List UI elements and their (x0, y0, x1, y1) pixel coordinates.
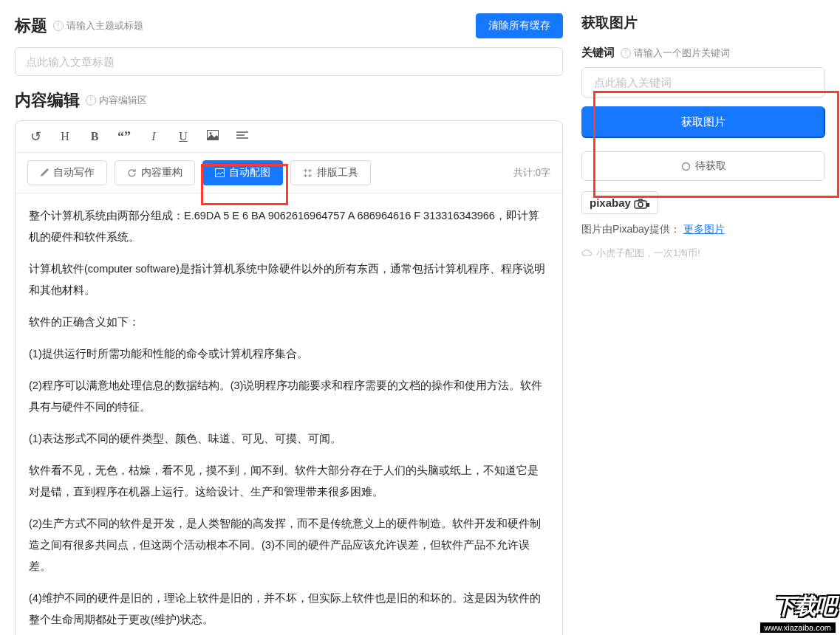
content-rebuild-label: 内容重构 (141, 166, 182, 179)
camera-icon (634, 199, 650, 209)
footer-hint-text: 小虎子配图，一次1淘币! (596, 247, 700, 260)
article-title-input[interactable] (15, 47, 563, 76)
footer-hint: 小虎子配图，一次1淘币! (581, 247, 825, 260)
svg-point-6 (682, 162, 689, 170)
quote-icon[interactable]: “” (116, 129, 132, 145)
keyword-input[interactable] (581, 67, 825, 97)
svg-rect-9 (646, 203, 649, 207)
word-count: 共计:0字 (513, 166, 550, 179)
info-icon: ! (621, 48, 631, 58)
paragraph: (1)提供运行时所需功能和性能的命令或计算机程序集合。 (29, 343, 549, 365)
content-header: 内容编辑 ! 内容编辑区 (15, 89, 563, 111)
paragraph: (2)生产方式不同的软件是开发，是人类智能的高发挥，而不是传统意义上的硬件制造。… (29, 513, 549, 577)
image-icon[interactable] (205, 130, 221, 143)
paragraph: 软件的正确含义如下： (29, 312, 549, 333)
auto-image-button[interactable]: 自动配图 (202, 160, 283, 185)
editor-box: ↺ H B “” I U 自动写作 (15, 120, 563, 635)
content-label-wrap: 内容编辑 ! 内容编辑区 (15, 89, 147, 111)
sidebar-panel: 获取图片 关键词 ! 请输入一个图片关键词 获取图片 待获取 pixabay 图… (578, 0, 840, 635)
pixabay-prefix: 图片由Pixabay提供： (581, 223, 680, 235)
pixabay-badge: pixabay (581, 191, 658, 214)
content-hint: ! 内容编辑区 (86, 94, 147, 107)
auto-write-button[interactable]: 自动写作 (27, 160, 107, 185)
content-hint-text: 内容编辑区 (99, 94, 147, 107)
fetch-image-label: 获取图片 (681, 115, 725, 128)
italic-icon[interactable]: I (146, 130, 162, 143)
keyword-label-wrap: 关键词 ! 请输入一个图片关键词 (581, 46, 825, 60)
editor-toolbar: ↺ H B “” I U (16, 121, 562, 153)
more-images-link[interactable]: 更多图片 (683, 223, 725, 235)
pending-button[interactable]: 待获取 (581, 151, 825, 181)
heading-icon[interactable]: H (57, 130, 73, 143)
circle-icon (681, 162, 691, 171)
fetch-image-button[interactable]: 获取图片 (581, 106, 825, 138)
paragraph: 整个计算机系统由两部分组成：E.69DA 5 E 6 BA 9062616964… (29, 205, 549, 248)
content-label: 内容编辑 (15, 89, 80, 111)
paragraph: 软件看不见，无色，枯燥，看不见，摸不到，闻不到。软件大部分存在于人们的头脑或纸上… (29, 460, 549, 503)
layout-tool-button[interactable]: 排版工具 (290, 160, 371, 185)
pending-label: 待获取 (695, 159, 726, 173)
refresh-icon (127, 168, 137, 178)
title-label-wrap: 标题 ! 请输入主题或标题 (15, 15, 143, 37)
fetch-image-title: 获取图片 (581, 13, 825, 32)
paragraph: 计算机软件(computer software)是指计算机系统中除硬件以外的所有… (29, 258, 549, 301)
image-match-icon (215, 168, 225, 177)
undo-icon[interactable]: ↺ (27, 128, 44, 145)
pixabay-text: pixabay (590, 196, 631, 209)
main-panel: 标题 ! 请输入主题或标题 清除所有缓存 内容编辑 ! 内容编辑区 (0, 0, 578, 635)
paragraph: (1)表达形式不同的硬件类型、颜色、味道、可见、可摸、可闻。 (29, 428, 549, 450)
title-label: 标题 (15, 15, 47, 37)
editor-content[interactable]: 整个计算机系统由两部分组成：E.69DA 5 E 6 BA 9062616964… (16, 193, 562, 635)
watermark: 下载吧 www.xiazaiba.com (729, 583, 840, 635)
bold-icon[interactable]: B (86, 130, 103, 143)
pencil-icon (40, 168, 49, 177)
content-rebuild-button[interactable]: 内容重构 (115, 160, 195, 185)
pixabay-line: 图片由Pixabay提供： 更多图片 (581, 223, 825, 236)
keyword-label: 关键词 (581, 46, 615, 60)
layout-icon (303, 168, 313, 178)
editor-actions: 自动写作 内容重构 自动配图 排版工具 共计:0字 (16, 153, 562, 193)
info-icon: ! (53, 21, 64, 31)
svg-point-8 (638, 202, 643, 207)
paragraph: (4)维护不同的硬件是旧的，理论上软件是旧的，并不坏，但实际上软件也是旧的和坏的… (29, 588, 549, 631)
title-hint: ! 请输入主题或标题 (53, 19, 143, 32)
svg-point-1 (210, 132, 212, 134)
auto-write-label: 自动写作 (53, 166, 95, 179)
title-hint-text: 请输入主题或标题 (66, 19, 143, 32)
keyword-hint: ! 请输入一个图片关键词 (621, 47, 730, 60)
info-icon: ! (86, 95, 96, 106)
watermark-url: www.xiazaiba.com (760, 622, 836, 633)
align-left-icon[interactable] (234, 130, 250, 143)
paragraph: (2)程序可以满意地处理信息的数据结构。(3)说明程序功能要求和程序需要的文档的… (29, 375, 549, 418)
clear-cache-button[interactable]: 清除所有缓存 (476, 13, 563, 38)
cloud-icon (581, 248, 592, 258)
title-header: 标题 ! 请输入主题或标题 清除所有缓存 (15, 13, 563, 38)
keyword-hint-text: 请输入一个图片关键词 (634, 47, 730, 60)
clear-cache-label: 清除所有缓存 (488, 19, 550, 32)
auto-image-label: 自动配图 (229, 166, 270, 179)
watermark-text: 下载吧 (774, 591, 836, 622)
layout-tool-label: 排版工具 (317, 166, 358, 179)
underline-icon[interactable]: U (175, 130, 191, 143)
